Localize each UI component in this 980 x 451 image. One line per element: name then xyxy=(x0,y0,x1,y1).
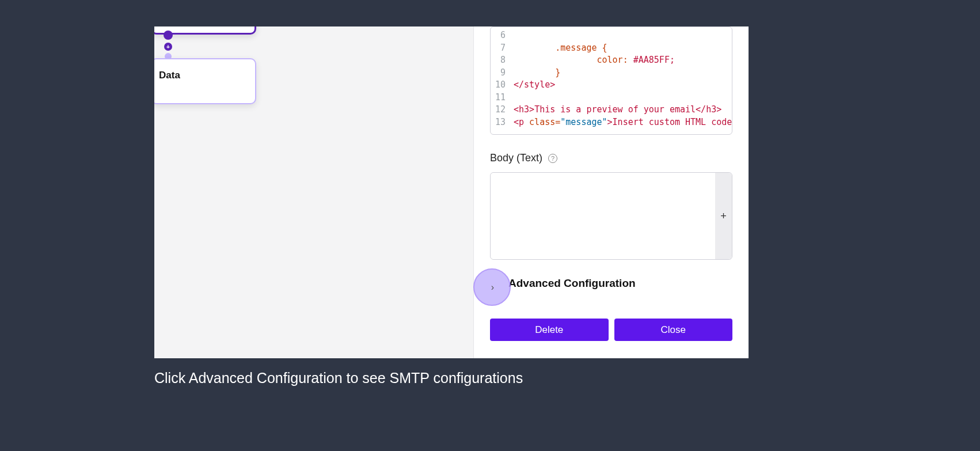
tutorial-caption: Click Advanced Configuration to see SMTP… xyxy=(154,370,523,386)
code-content: <p class="message">Insert custom HTML co… xyxy=(514,116,732,129)
line-number: 6 xyxy=(491,29,514,42)
body-html-editor[interactable]: 6 7 .message { 8 color: #AA85FF; 9 } 10 xyxy=(490,26,732,135)
body-text-input[interactable] xyxy=(491,173,715,259)
config-panel: 6 7 .message { 8 color: #AA85FF; 9 } 10 xyxy=(473,26,749,358)
code-content: <h3>This is a preview of your email</h3> xyxy=(514,104,732,116)
code-content: </style> xyxy=(514,79,732,92)
code-content xyxy=(514,29,732,42)
line-number: 9 xyxy=(491,67,514,79)
app-screenshot: + Data 6 7 .message { 8 color: #AA85FF; xyxy=(154,26,749,358)
help-icon[interactable]: ? xyxy=(548,154,557,163)
code-content xyxy=(514,92,732,104)
node-label: Data xyxy=(159,70,180,81)
code-content: color: #AA85FF; xyxy=(514,54,732,67)
tutorial-highlight-circle: › xyxy=(473,268,511,306)
plus-icon: + xyxy=(720,210,727,222)
delete-button[interactable]: Delete xyxy=(490,319,609,341)
add-node-icon[interactable]: + xyxy=(164,43,172,51)
line-number: 13 xyxy=(491,116,514,129)
advanced-config-label: Advanced Configuration xyxy=(508,277,636,290)
line-number: 8 xyxy=(491,54,514,67)
close-button[interactable]: Close xyxy=(614,319,733,341)
code-content: } xyxy=(514,67,732,79)
body-text-input-wrap: + xyxy=(490,172,732,260)
body-text-label-row: Body (Text) ? xyxy=(490,152,732,164)
body-text-label: Body (Text) xyxy=(490,152,542,164)
workflow-canvas[interactable]: + Data xyxy=(154,26,473,358)
action-button-row: Delete Close xyxy=(490,319,732,341)
line-number: 11 xyxy=(491,92,514,104)
line-number: 12 xyxy=(491,104,514,116)
advanced-configuration-toggle[interactable]: › Advanced Configuration xyxy=(490,277,732,290)
line-number: 7 xyxy=(491,42,514,55)
workflow-node-data[interactable]: Data xyxy=(154,58,256,104)
plus-icon: + xyxy=(166,44,170,50)
line-number: 10 xyxy=(491,79,514,92)
chevron-right-icon: › xyxy=(491,282,494,293)
code-content: .message { xyxy=(514,42,732,55)
node-connector-dot[interactable] xyxy=(164,31,173,40)
expand-textarea-button[interactable]: + xyxy=(715,173,732,259)
